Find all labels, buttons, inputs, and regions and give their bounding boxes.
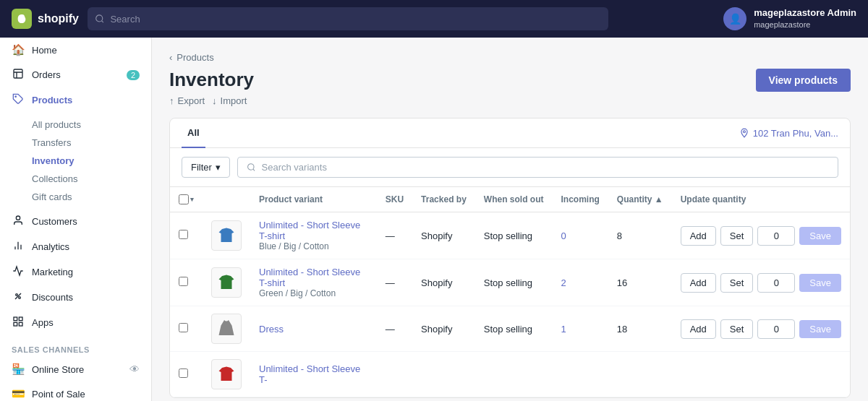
product-image-dress [211, 314, 242, 344]
td-update-quantity: Add Set Save [672, 306, 850, 352]
search-bar[interactable] [88, 7, 608, 30]
view-products-button[interactable]: View products [756, 69, 851, 92]
td-tracked-by: Shopify [412, 306, 475, 352]
products-icon [12, 93, 25, 107]
sidebar-sub-collections[interactable]: Collections [32, 170, 151, 188]
main-content: ‹ Products Inventory ↑ Export ↓ Import V… [152, 38, 868, 401]
incoming-link[interactable]: 0 [561, 230, 566, 241]
quantity-controls: Add Set Save [681, 319, 841, 339]
sidebar-sub-all-products[interactable]: All products [32, 116, 151, 134]
th-checkbox: ▾ [170, 187, 203, 212]
chevron-down-icon: ▾ [216, 162, 221, 173]
tab-all[interactable]: All [182, 118, 205, 148]
set-button[interactable]: Set [720, 273, 754, 293]
save-button[interactable]: Save [799, 274, 841, 292]
product-name-link[interactable]: Unlimited - Short Sleeve T-shirt [259, 220, 368, 241]
filter-button[interactable]: Filter ▾ [182, 157, 230, 178]
td-sku: — [377, 306, 412, 352]
set-button[interactable]: Set [720, 319, 754, 339]
td-quantity: 18 [608, 306, 672, 352]
svg-rect-9 [14, 322, 17, 326]
th-update-quantity: Update quantity [672, 187, 850, 212]
th-tracked-by: Tracked by [412, 187, 475, 212]
sidebar-item-online-store[interactable]: 🏪 Online Store 👁 [0, 357, 151, 381]
sidebar-item-customers[interactable]: Customers [0, 209, 151, 234]
td-image [203, 352, 250, 397]
product-name-link[interactable]: Unlimited - Short Sleeve T- [259, 363, 368, 385]
eye-icon: 👁 [129, 363, 140, 375]
table-row: Dress — Shopify Stop selling 1 18 Add S [170, 306, 850, 352]
svg-point-2 [15, 96, 16, 97]
row2-checkbox[interactable] [179, 277, 188, 286]
marketing-icon [12, 265, 25, 279]
export-button[interactable]: ↑ Export [169, 95, 205, 106]
td-sku [377, 352, 412, 397]
layout: 🏠 Home Orders 2 Products All products Tr… [0, 38, 868, 401]
set-button[interactable]: Set [720, 226, 754, 246]
apps-icon [12, 316, 25, 329]
chevron-down-icon-small[interactable]: ▾ [190, 196, 194, 203]
sidebar-item-label: Point of Sale [32, 389, 85, 400]
sidebar-item-discounts[interactable]: Discounts [0, 285, 151, 310]
sidebar-item-label: Products [32, 95, 72, 105]
user-info: mageplazastore Admin mageplazastore [754, 7, 856, 30]
row3-checkbox[interactable] [179, 323, 188, 332]
save-button[interactable]: Save [799, 227, 841, 245]
sidebar-item-apps[interactable]: Apps [0, 310, 151, 335]
svg-rect-8 [19, 322, 22, 326]
svg-point-5 [19, 297, 21, 299]
toolbar: Filter ▾ [170, 148, 850, 187]
td-product-variant: Unlimited - Short Sleeve T-shirt Green /… [250, 259, 377, 306]
qty-input[interactable] [757, 273, 795, 293]
qty-input[interactable] [757, 226, 795, 246]
add-button[interactable]: Add [681, 319, 716, 339]
export-icon: ↑ [169, 95, 174, 106]
add-button[interactable]: Add [681, 273, 716, 293]
breadcrumb[interactable]: ‹ Products [169, 52, 851, 63]
td-product-variant: Dress [250, 306, 377, 352]
select-all-checkbox[interactable] [179, 194, 189, 204]
product-name-link[interactable]: Unlimited - Short Sleeve T-shirt [259, 267, 368, 288]
qty-input[interactable] [757, 319, 795, 339]
add-button[interactable]: Add [681, 226, 716, 246]
import-button[interactable]: ↓ Import [212, 95, 247, 106]
td-sku: — [377, 212, 412, 259]
sidebar-item-products[interactable]: Products [0, 87, 151, 113]
search-variants-bar[interactable] [237, 157, 838, 178]
product-image-green [211, 267, 242, 298]
sidebar-sub-inventory[interactable]: Inventory [32, 152, 151, 170]
sidebar-sub-gift-cards[interactable]: Gift cards [32, 188, 151, 206]
sidebar-item-home[interactable]: 🏠 Home [0, 38, 151, 62]
sidebar-item-label: Marketing [32, 267, 73, 277]
products-submenu: All products Transfers Inventory Collect… [0, 113, 151, 209]
td-when-sold-out: Stop selling [475, 259, 553, 306]
sidebar-item-label: Analytics [32, 241, 69, 252]
sidebar-item-label: Customers [32, 216, 77, 227]
incoming-link[interactable]: 2 [561, 277, 566, 288]
location-selector[interactable]: 102 Tran Phu, Van... [739, 128, 838, 139]
header-checkbox-wrap[interactable]: ▾ [179, 194, 194, 204]
logo[interactable]: shopify [12, 9, 79, 29]
svg-point-11 [247, 164, 253, 170]
th-sku: SKU [377, 187, 412, 212]
td-when-sold-out: Stop selling [475, 212, 553, 259]
search-variants-input[interactable] [262, 162, 829, 173]
avatar: 👤 [723, 7, 746, 30]
save-button[interactable]: Save [799, 320, 841, 338]
sidebar-sub-transfers[interactable]: Transfers [32, 134, 151, 152]
breadcrumb-text: Products [176, 52, 213, 63]
user-menu[interactable]: 👤 mageplazastore Admin mageplazastore [723, 7, 856, 30]
td-checkbox [170, 259, 203, 306]
incoming-link[interactable]: 1 [561, 324, 566, 335]
row4-checkbox[interactable] [179, 368, 188, 378]
td-sku: — [377, 259, 412, 306]
search-variants-icon [247, 163, 256, 172]
row1-checkbox[interactable] [179, 230, 188, 239]
sidebar-item-orders[interactable]: Orders 2 [0, 62, 151, 87]
product-image-red [211, 359, 242, 389]
sidebar-item-marketing[interactable]: Marketing [0, 259, 151, 285]
sidebar-item-analytics[interactable]: Analytics [0, 234, 151, 259]
search-input[interactable] [110, 14, 600, 25]
sidebar-item-pos[interactable]: 💳 Point of Sale [0, 381, 151, 401]
product-name-link[interactable]: Dress [259, 324, 368, 335]
